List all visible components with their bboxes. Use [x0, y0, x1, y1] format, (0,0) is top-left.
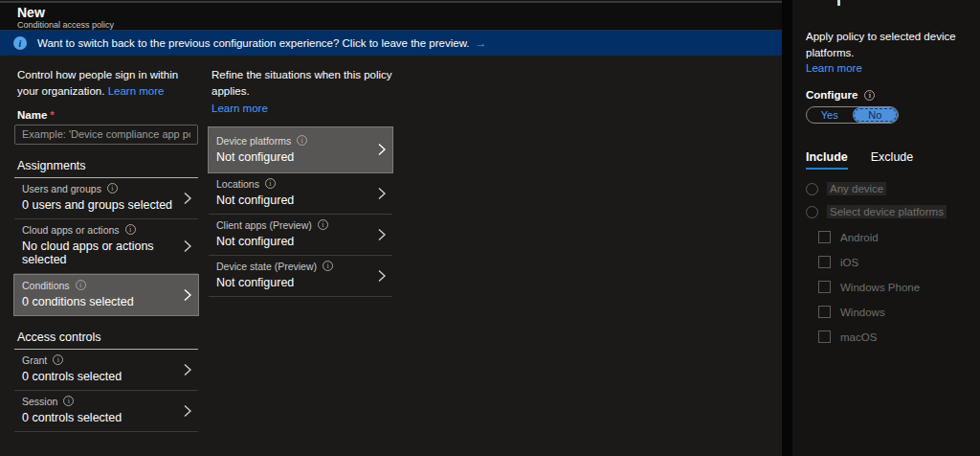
- learn-more-link[interactable]: Learn more: [108, 85, 165, 97]
- conditions-column: Refine the situations when this policy a…: [209, 67, 392, 297]
- item-value: 0 conditions selected: [22, 295, 179, 308]
- radio-select-device-platforms[interactable]: Select device platforms: [806, 205, 980, 218]
- info-icon: i: [125, 224, 136, 235]
- panel-description: Apply policy to selected device platform…: [806, 29, 974, 77]
- checkbox-icon: [818, 231, 831, 243]
- item-value: 0 controls selected: [22, 370, 179, 383]
- page-title: New: [17, 5, 782, 20]
- item-session[interactable]: Session i 0 controls selected: [14, 391, 198, 432]
- item-value: 0 controls selected: [22, 411, 179, 424]
- item-value: Not configured: [216, 276, 373, 289]
- item-cloud-apps-or-actions[interactable]: Cloud apps or actions i No cloud apps or…: [14, 219, 198, 274]
- chevron-right-icon: [378, 187, 386, 199]
- item-label: Users and groups: [22, 183, 101, 194]
- name-label-text: Name: [17, 109, 47, 121]
- checkbox-label: Android: [840, 232, 879, 243]
- section-access-controls: Access controls: [14, 331, 198, 350]
- info-icon: i: [76, 280, 86, 290]
- item-device-state[interactable]: Device state (Preview) i Not configured: [209, 256, 392, 297]
- item-value: Not configured: [216, 235, 373, 248]
- info-icon: i: [13, 36, 27, 50]
- arrow-right-icon[interactable]: →: [476, 36, 487, 50]
- toggle-yes-option[interactable]: Yes: [807, 107, 853, 123]
- required-asterisk: *: [50, 109, 54, 121]
- policy-settings-column: Control how people sign in within your o…: [14, 67, 198, 432]
- configure-toggle[interactable]: Yes No: [806, 106, 899, 124]
- item-client-apps[interactable]: Client apps (Preview) i Not configured: [209, 215, 392, 256]
- page-subtitle: Conditional access policy: [17, 20, 782, 30]
- intro-text: Refine the situations when this policy a…: [212, 67, 392, 117]
- item-value: Not configured: [216, 194, 373, 207]
- name-label: Name*: [17, 109, 198, 121]
- checkbox-label: Windows: [840, 307, 885, 318]
- chevron-right-icon: [184, 288, 191, 301]
- checkbox-label: Windows Phone: [840, 282, 920, 293]
- banner-text: Want to switch back to the previous conf…: [37, 37, 470, 49]
- checkbox-macos[interactable]: macOS: [806, 331, 980, 343]
- info-icon: i: [107, 183, 118, 194]
- toggle-no-option[interactable]: No: [853, 107, 899, 123]
- checkbox-label: iOS: [840, 257, 858, 268]
- item-label: Locations: [216, 178, 259, 190]
- info-icon: i: [265, 178, 276, 189]
- item-conditions[interactable]: Conditions i 0 conditions selected: [13, 274, 199, 316]
- item-users-and-groups[interactable]: Users and groups i 0 users and groups se…: [14, 178, 198, 219]
- item-value: No cloud apps or actions selected: [22, 239, 179, 266]
- item-device-platforms[interactable]: Device platforms i Not configured: [208, 126, 393, 173]
- intro-sentence: Refine the situations when this policy a…: [212, 69, 392, 97]
- section-assignments: Assignments: [14, 159, 198, 178]
- info-icon: i: [297, 135, 307, 146]
- chevron-right-icon: [378, 269, 386, 282]
- chevron-right-icon: [378, 144, 386, 156]
- info-icon: i: [63, 396, 74, 406]
- info-icon: i: [318, 219, 328, 230]
- item-label: Grant: [22, 354, 47, 366]
- item-label: Session: [22, 396, 57, 407]
- checkbox-icon: [818, 306, 831, 318]
- include-exclude-tabs: Include Exclude: [806, 150, 980, 170]
- item-grant[interactable]: Grant i 0 controls selected: [14, 350, 198, 391]
- radio-button-icon: [806, 183, 818, 195]
- item-value: Not configured: [216, 150, 373, 164]
- radio-label: Select device platforms: [827, 205, 947, 218]
- item-value: 0 users and groups selected: [22, 198, 179, 212]
- checkbox-windows[interactable]: Windows: [806, 306, 980, 318]
- platform-checkbox-list: Android iOS Windows Phone Windows macOS: [806, 231, 980, 343]
- item-label: Cloud apps or actions: [22, 224, 120, 236]
- tab-include[interactable]: Include: [806, 150, 848, 170]
- configure-label: Configure: [806, 89, 858, 101]
- clipped-blade-title: [837, 0, 840, 6]
- learn-more-link[interactable]: Learn more: [212, 103, 268, 114]
- blade-header: New Conditional access policy: [0, 3, 782, 31]
- tab-exclude[interactable]: Exclude: [871, 150, 913, 170]
- chevron-right-icon: [378, 228, 386, 240]
- item-label: Conditions: [22, 280, 70, 291]
- chevron-right-icon: [184, 239, 191, 252]
- preview-banner[interactable]: i Want to switch back to the previous co…: [0, 31, 782, 56]
- info-icon: i: [323, 261, 333, 271]
- radio-button-icon: [806, 206, 818, 218]
- new-policy-blade: New Conditional access policy i Want to …: [0, 0, 782, 456]
- info-icon: i: [53, 354, 63, 365]
- item-locations[interactable]: Locations i Not configured: [209, 173, 392, 215]
- item-label: Device platforms: [216, 135, 291, 147]
- checkbox-ios[interactable]: iOS: [806, 256, 980, 268]
- radio-label: Any device: [827, 182, 886, 195]
- checkbox-label: macOS: [840, 331, 877, 343]
- item-label: Device state (Preview): [216, 261, 317, 272]
- info-icon: i: [864, 90, 875, 101]
- chevron-right-icon: [184, 192, 191, 204]
- checkbox-windows-phone[interactable]: Windows Phone: [806, 281, 980, 293]
- chevron-right-icon: [184, 404, 191, 417]
- policy-name-input[interactable]: [14, 125, 198, 145]
- device-platforms-panel: Apply policy to selected device platform…: [792, 0, 980, 456]
- radio-any-device[interactable]: Any device: [806, 182, 980, 195]
- intro-text: Control how people sign in within your o…: [17, 67, 198, 101]
- chevron-right-icon: [184, 363, 191, 376]
- checkbox-icon: [818, 256, 831, 268]
- configure-row: Configure i: [806, 89, 980, 101]
- conditional-access-policy-screen: New Conditional access policy i Want to …: [0, 0, 980, 456]
- checkbox-android[interactable]: Android: [806, 231, 980, 243]
- learn-more-link[interactable]: Learn more: [806, 62, 862, 74]
- item-label: Client apps (Preview): [216, 219, 312, 231]
